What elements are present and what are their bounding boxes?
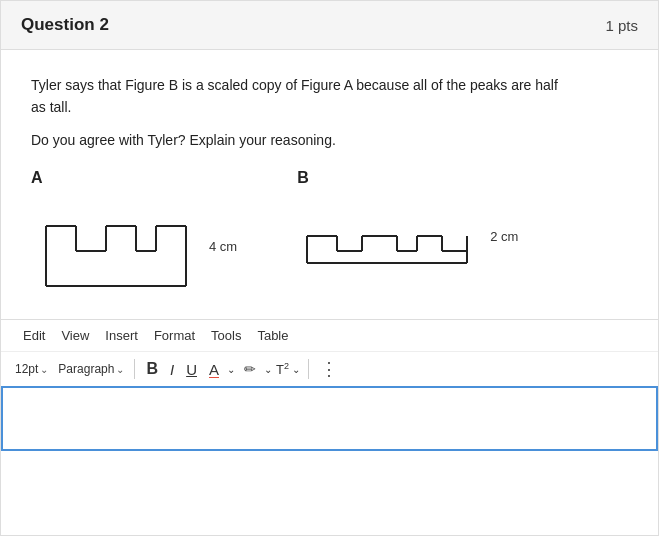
menu-table[interactable]: Table	[249, 325, 296, 346]
font-size-button[interactable]: 12pt ⌄	[11, 360, 52, 378]
highlight-button[interactable]: ✏	[239, 359, 261, 379]
figure-a: A	[31, 169, 237, 301]
format-bar: 12pt ⌄ Paragraph ⌄ B I U	[1, 352, 658, 388]
question-line3: Do you agree with Tyler? Explain your re…	[31, 129, 628, 151]
figure-a-dim: 4 cm	[209, 239, 237, 254]
paragraph-label: Paragraph	[58, 362, 114, 376]
figure-b-label: B	[297, 169, 309, 187]
menu-insert[interactable]: Insert	[97, 325, 146, 346]
underline-button[interactable]: U	[181, 359, 202, 380]
card-body: Tyler says that Figure B is a scaled cop…	[1, 50, 658, 301]
menu-tools[interactable]: Tools	[203, 325, 249, 346]
font-size-chevron: ⌄	[40, 364, 48, 375]
font-color-group: A ⌄	[204, 359, 237, 380]
figure-b-svg-wrap: 2 cm	[297, 191, 518, 281]
question-title: Question 2	[21, 15, 109, 35]
more-options-button[interactable]: ⋮	[315, 356, 345, 382]
highlight-icon: ✏	[244, 361, 256, 377]
font-size-value: 12pt	[15, 362, 38, 376]
t2-label: T2	[276, 361, 289, 377]
divider-1	[134, 359, 135, 379]
figure-a-svg-wrap: 4 cm	[31, 191, 237, 301]
figure-b: B	[297, 169, 518, 281]
figures-container: A	[31, 169, 628, 301]
italic-button[interactable]: I	[165, 359, 179, 380]
question-line1: Tyler says that Figure B is a scaled cop…	[31, 74, 628, 119]
figure-a-svg	[31, 191, 201, 301]
bold-icon: B	[146, 360, 158, 378]
figure-a-label: A	[31, 169, 43, 187]
divider-2	[308, 359, 309, 379]
highlight-dropdown[interactable]: ⌄	[262, 362, 274, 377]
figure-b-dim: 2 cm	[490, 229, 518, 244]
font-color-button[interactable]: A	[204, 359, 224, 380]
question-pts: 1 pts	[605, 17, 638, 34]
italic-icon: I	[170, 361, 174, 378]
paragraph-button[interactable]: Paragraph ⌄	[54, 360, 128, 378]
font-color-icon: A	[209, 361, 219, 378]
t2-dropdown[interactable]: ⌄	[290, 362, 302, 377]
paragraph-chevron: ⌄	[116, 364, 124, 375]
underline-icon: U	[186, 361, 197, 378]
t2-group: T2 ⌄	[276, 361, 302, 377]
question-card: Question 2 1 pts Tyler says that Figure …	[0, 0, 659, 536]
menu-view[interactable]: View	[53, 325, 97, 346]
menu-edit[interactable]: Edit	[15, 325, 53, 346]
font-color-dropdown[interactable]: ⌄	[225, 362, 237, 377]
card-header: Question 2 1 pts	[1, 1, 658, 50]
highlight-group: ✏ ⌄	[239, 359, 274, 379]
bold-button[interactable]: B	[141, 358, 163, 380]
menu-format[interactable]: Format	[146, 325, 203, 346]
menu-row: Edit View Insert Format Tools Table	[1, 320, 658, 352]
figure-b-svg	[297, 191, 482, 281]
t2-button[interactable]: T2	[276, 361, 289, 377]
toolbar-section: Edit View Insert Format Tools Table 12pt…	[1, 319, 658, 455]
answer-input[interactable]	[1, 388, 658, 451]
